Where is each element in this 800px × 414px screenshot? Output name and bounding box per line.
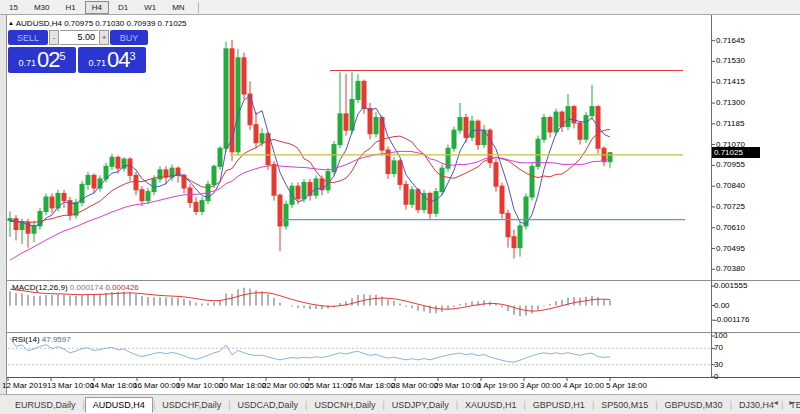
rsi-axis-label: 0 xyxy=(714,372,718,381)
price-axis-label: 0.70610 xyxy=(716,223,745,232)
time-axis-label: 5 Apr 18:00 xyxy=(606,381,647,390)
time-axis-label: 28 Mar 00:00 xyxy=(391,381,438,390)
rsi-axis-label: 30 xyxy=(714,360,723,369)
volume-input[interactable]: 5.00 xyxy=(60,30,98,45)
time-axis-label: 3 Apr 00:00 xyxy=(520,381,561,390)
sell-price-panel[interactable]: 0.71 02 5 xyxy=(8,47,76,73)
timeframe-button-15[interactable]: 15 xyxy=(2,1,25,14)
macd-axis-label: -0.001176 xyxy=(714,315,749,324)
tab-scroll-arrows: ◄ ► xyxy=(769,397,798,408)
collapse-icon[interactable]: ▲ xyxy=(8,20,14,26)
chart-tab-gbpusd[interactable]: GBPUSD,M30 xyxy=(658,398,730,412)
rsi-axis-label: 70 xyxy=(714,343,723,352)
volume-increase-button[interactable]: + xyxy=(99,30,109,45)
buy-price-pip: 3 xyxy=(129,50,135,62)
chart-tab-usdcnh[interactable]: USDCNH,Daily xyxy=(307,398,382,412)
time-axis-label: 19 Mar 10:00 xyxy=(176,381,223,390)
price-axis-label: 0.71300 xyxy=(716,98,745,107)
time-axis-label: 16 Mar 00:00 xyxy=(133,381,180,390)
trading-platform-window: 15M30H1H4D1W1MN MACD(12,26,9) 0.000174 0… xyxy=(0,0,800,414)
window-left-gutter xyxy=(0,15,7,394)
chart-tab-sp500[interactable]: SP500,M15 xyxy=(594,398,655,412)
time-axis-label: 1 Apr 19:00 xyxy=(477,381,518,390)
chart-tab-usdcad[interactable]: USDCAD,Daily xyxy=(231,398,306,412)
macd-axis-label: 0.00 xyxy=(714,301,730,310)
timeframe-toolbar: 15M30H1H4D1W1MN xyxy=(0,0,800,15)
timeframe-button-d1[interactable]: D1 xyxy=(111,1,135,14)
current-price-tag: 0.71025 xyxy=(712,147,760,158)
chart-tab-gbpusd[interactable]: GBPUSD,H1 xyxy=(526,398,592,412)
time-axis-label: 13 Mar 10:00 xyxy=(47,381,94,390)
sell-button[interactable]: SELL xyxy=(8,30,48,45)
rsi-indicator-label: RSI(14) 47.9597 xyxy=(12,335,71,344)
sell-price-prefix: 0.71 xyxy=(18,58,36,68)
price-axis-label: 0.70495 xyxy=(716,244,745,253)
chart-tab-usdjpy[interactable]: USDJPY,Daily xyxy=(385,398,456,412)
timeframe-button-w1[interactable]: W1 xyxy=(137,1,163,14)
chart-tab-bar: EURUSD,Daily|AUDUSD,H4|USDCHF,Daily|USDC… xyxy=(0,394,800,414)
buy-price-big: 04 xyxy=(107,47,129,73)
chart-tab-usdchf[interactable]: USDCHF,Daily xyxy=(155,398,228,412)
price-axis-label: 0.70725 xyxy=(716,202,745,211)
price-axis-label: 0.70840 xyxy=(716,181,745,190)
price-axis-label: 0.71185 xyxy=(716,119,744,128)
price-axis-label: 0.71415 xyxy=(716,77,745,86)
timeframe-button-mn[interactable]: MN xyxy=(165,1,191,14)
time-axis-label: 20 Mar 18:00 xyxy=(219,381,266,390)
timeframe-button-m30[interactable]: M30 xyxy=(27,1,57,14)
macd-axis-label: 0.001555 xyxy=(714,281,747,290)
time-axis-label: 25 Mar 11:00 xyxy=(305,381,352,390)
time-axis-label: 26 Mar 18:00 xyxy=(348,381,395,390)
buy-price-panel[interactable]: 0.71 04 3 xyxy=(78,47,146,73)
time-axis-label: 22 Mar 00:00 xyxy=(262,381,309,390)
time-axis-label: 4 Apr 10:00 xyxy=(563,381,604,390)
rsi-axis-label: 100 xyxy=(714,331,727,340)
chart-tab-xauusd[interactable]: XAUUSD,H1 xyxy=(458,398,524,412)
volume-decrease-button[interactable]: - xyxy=(49,30,59,45)
timeframe-button-h1[interactable]: H1 xyxy=(58,1,82,14)
chart-tab-eurusd[interactable]: EURUSD,Daily xyxy=(8,398,83,412)
buy-button[interactable]: BUY xyxy=(110,30,148,45)
sell-price-pip: 5 xyxy=(59,50,65,62)
price-axis-label: 0.70955 xyxy=(716,160,745,169)
timeframe-button-h4[interactable]: H4 xyxy=(85,1,109,14)
price-axis-line xyxy=(711,15,712,378)
one-click-trading-widget: ▲ AUDUSD,H4 0.70975 0.71030 0.70939 0.71… xyxy=(8,19,149,73)
sell-price-big: 02 xyxy=(37,47,59,73)
macd-indicator-label: MACD(12,26,9) 0.000174 0.000426 xyxy=(12,283,139,292)
price-axis-label: 0.70380 xyxy=(716,264,745,273)
chart-tab-audusd[interactable]: AUDUSD,H4 xyxy=(85,397,153,413)
tab-scroll-right-icon[interactable]: ► xyxy=(785,397,798,408)
chart-ohlc-title[interactable]: ▲ AUDUSD,H4 0.70975 0.71030 0.70939 0.71… xyxy=(8,19,149,28)
time-axis-label: 14 Mar 18:00 xyxy=(90,381,137,390)
time-axis-label: 12 Mar 2019 xyxy=(2,381,47,390)
price-axis-label: 0.71530 xyxy=(716,56,745,65)
buy-price-prefix: 0.71 xyxy=(88,58,106,68)
toolbar-separator xyxy=(198,2,199,13)
time-axis-label: 29 Mar 10:00 xyxy=(434,381,481,390)
price-axis-label: 0.71645 xyxy=(716,36,745,45)
tab-scroll-left-icon[interactable]: ◄ xyxy=(769,397,782,408)
